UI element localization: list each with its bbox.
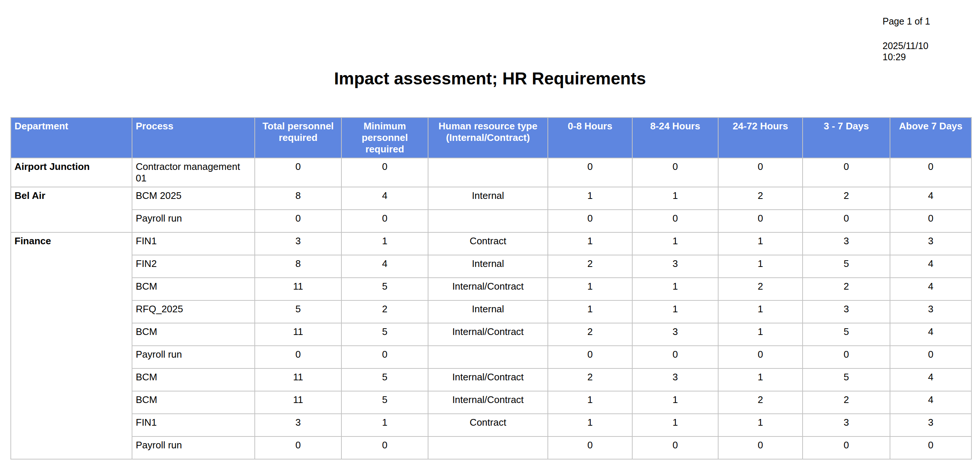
value-cell: 1 bbox=[632, 391, 718, 414]
department-cell: Bel Air bbox=[11, 187, 132, 232]
value-cell: 5 bbox=[803, 369, 890, 391]
value-cell: 2 bbox=[548, 323, 632, 346]
process-cell: FIN1 bbox=[132, 232, 255, 255]
value-cell: 0 bbox=[548, 436, 632, 459]
column-header-0-8-hours: 0-8 Hours bbox=[548, 118, 632, 158]
value-cell: 1 bbox=[548, 232, 632, 255]
process-cell: BCM bbox=[132, 369, 255, 391]
value-cell: 4 bbox=[341, 187, 428, 210]
process-cell: FIN2 bbox=[132, 255, 255, 278]
report-date: 2025/11/10 bbox=[883, 40, 930, 51]
value-cell bbox=[428, 436, 548, 459]
table-row: BCM115Internal/Contract23154 bbox=[11, 369, 972, 391]
value-cell: 1 bbox=[718, 300, 803, 323]
value-cell: 0 bbox=[341, 158, 428, 187]
value-cell: 0 bbox=[718, 210, 803, 232]
process-cell: Contractor management 01 bbox=[132, 158, 255, 187]
value-cell: 4 bbox=[341, 255, 428, 278]
page-indicator: Page 1 of 1 bbox=[883, 16, 930, 27]
value-cell: 0 bbox=[890, 210, 972, 232]
value-cell: 0 bbox=[632, 210, 718, 232]
value-cell: 0 bbox=[803, 210, 890, 232]
value-cell: 3 bbox=[632, 255, 718, 278]
value-cell: 1 bbox=[632, 300, 718, 323]
value-cell: 2 bbox=[341, 300, 428, 323]
column-header-8-24-hours: 8-24 Hours bbox=[632, 118, 718, 158]
value-cell: 0 bbox=[255, 210, 341, 232]
value-cell bbox=[428, 158, 548, 187]
value-cell: 0 bbox=[890, 158, 972, 187]
value-cell: 0 bbox=[341, 436, 428, 459]
table-row: RFQ_202552Internal11133 bbox=[11, 300, 972, 323]
value-cell: 0 bbox=[548, 210, 632, 232]
column-header-hr-type: Human resource type (Internal/Contract) bbox=[428, 118, 548, 158]
column-header-above-7-days: Above 7 Days bbox=[890, 118, 972, 158]
value-cell: 5 bbox=[803, 323, 890, 346]
value-cell: 0 bbox=[341, 346, 428, 369]
value-cell: 5 bbox=[803, 255, 890, 278]
value-cell: 0 bbox=[803, 436, 890, 459]
value-cell: 0 bbox=[718, 346, 803, 369]
value-cell: 4 bbox=[890, 369, 972, 391]
value-cell: 0 bbox=[632, 346, 718, 369]
value-cell: Contract bbox=[428, 414, 548, 436]
value-cell: 1 bbox=[718, 255, 803, 278]
value-cell: 0 bbox=[890, 436, 972, 459]
requirements-table-body: Airport JunctionContractor management 01… bbox=[11, 158, 972, 459]
value-cell: 4 bbox=[890, 255, 972, 278]
value-cell: 0 bbox=[255, 346, 341, 369]
value-cell: Internal/Contract bbox=[428, 369, 548, 391]
process-cell: Payroll run bbox=[132, 346, 255, 369]
value-cell: 1 bbox=[548, 187, 632, 210]
value-cell: 1 bbox=[632, 414, 718, 436]
process-cell: BCM bbox=[132, 391, 255, 414]
value-cell: 5 bbox=[341, 323, 428, 346]
value-cell: 1 bbox=[548, 278, 632, 300]
requirements-table: Department Process Total personnel requi… bbox=[10, 117, 972, 459]
value-cell: 0 bbox=[718, 158, 803, 187]
value-cell: 11 bbox=[255, 278, 341, 300]
value-cell bbox=[428, 210, 548, 232]
value-cell: 1 bbox=[718, 323, 803, 346]
value-cell: 3 bbox=[890, 414, 972, 436]
value-cell: 1 bbox=[632, 232, 718, 255]
value-cell bbox=[428, 346, 548, 369]
value-cell: 0 bbox=[255, 436, 341, 459]
value-cell: 2 bbox=[718, 278, 803, 300]
value-cell: 3 bbox=[803, 414, 890, 436]
value-cell: 2 bbox=[803, 187, 890, 210]
value-cell: 0 bbox=[803, 158, 890, 187]
value-cell: 11 bbox=[255, 323, 341, 346]
value-cell: 1 bbox=[632, 187, 718, 210]
column-header-minimum-personnel: Minimum personnel required bbox=[341, 118, 428, 158]
table-row: Airport JunctionContractor management 01… bbox=[11, 158, 972, 187]
table-row: FinanceFIN131Contract11133 bbox=[11, 232, 972, 255]
value-cell: 4 bbox=[890, 391, 972, 414]
page-meta: Page 1 of 1 2025/11/10 10:29 bbox=[883, 16, 930, 62]
value-cell: 1 bbox=[632, 278, 718, 300]
value-cell: 1 bbox=[718, 369, 803, 391]
value-cell: 8 bbox=[255, 255, 341, 278]
value-cell: 0 bbox=[255, 158, 341, 187]
value-cell: 5 bbox=[341, 278, 428, 300]
value-cell: 1 bbox=[341, 414, 428, 436]
table-row: FIN131Contract11133 bbox=[11, 414, 972, 436]
value-cell: Internal/Contract bbox=[428, 323, 548, 346]
column-header-department: Department bbox=[11, 118, 132, 158]
value-cell: 3 bbox=[632, 323, 718, 346]
value-cell: 8 bbox=[255, 187, 341, 210]
table-row: Payroll run0000000 bbox=[11, 436, 972, 459]
department-cell: Finance bbox=[11, 232, 132, 459]
value-cell: 5 bbox=[341, 369, 428, 391]
value-cell: 0 bbox=[890, 346, 972, 369]
value-cell: 0 bbox=[548, 346, 632, 369]
value-cell: Internal bbox=[428, 300, 548, 323]
value-cell: 2 bbox=[803, 391, 890, 414]
value-cell: 0 bbox=[632, 436, 718, 459]
value-cell: 1 bbox=[548, 391, 632, 414]
department-cell: Airport Junction bbox=[11, 158, 132, 187]
process-cell: BCM 2025 bbox=[132, 187, 255, 210]
table-row: BCM115Internal/Contract11224 bbox=[11, 391, 972, 414]
value-cell: 1 bbox=[341, 232, 428, 255]
value-cell: 11 bbox=[255, 369, 341, 391]
